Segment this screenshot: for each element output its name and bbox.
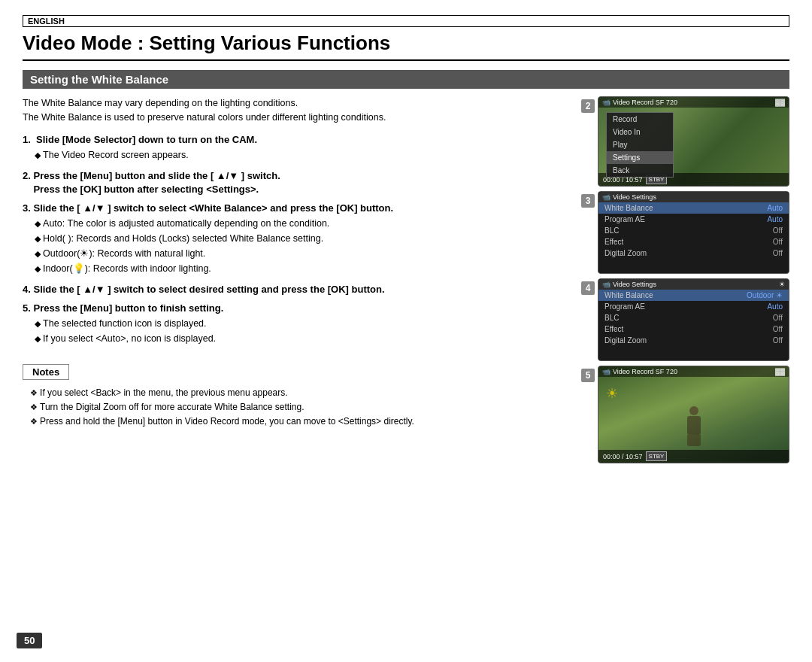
panel-3-wrapper: 3 📹 Video Settings White Balance Auto (598, 191, 789, 274)
panel-4-wrapper: 4 📹 Video Settings ☀ White Balance Outdo… (598, 278, 789, 361)
blc-label: BLC (604, 226, 773, 235)
settings-row-pae: Program AE Auto (598, 214, 789, 225)
sun-icon: ☀ (779, 281, 785, 288)
panel-4: 📹 Video Settings ☀ White Balance Outdoor… (598, 278, 789, 361)
panel-2-bg: 📹 Video Record SF 720 ▓▓ Record Video In (598, 97, 789, 186)
effect-value: Off (773, 238, 783, 246)
step-5-title: 5. Press the [Menu] button to finish set… (23, 302, 562, 314)
panel-5-time: 00:00 / 10:57 (603, 453, 643, 460)
panel-5-timebar: 00:00 / 10:57 STBY (598, 450, 789, 463)
panel-2-wrapper: 2 📹 Video Record SF 720 ▓▓ (598, 96, 789, 187)
panel-4-bg: 📹 Video Settings ☀ White Balance Outdoor… (598, 279, 789, 360)
step-5-bullet-1: The selected function icon is displayed. (35, 316, 562, 331)
wb-value: Auto (767, 204, 783, 212)
step-3-bullet-2: Hold( ): Records and Holds (Locks) selec… (35, 231, 562, 246)
cam-icon-video: 📹 (602, 99, 611, 106)
fig-legs (687, 435, 701, 446)
settings-row-wb-4: White Balance Outdoor ☀ (598, 290, 789, 301)
menu-item-videoin: Video In (607, 126, 673, 138)
pae-label-4: Program AE (604, 302, 767, 311)
step-5-bullet-2: If you select <Auto>, no icon is display… (35, 331, 562, 346)
panel-5: 📹 Video Record SF 720 ▓▓ (598, 366, 789, 463)
panel-2-menu: Record Video In Play Settings Back (606, 112, 674, 178)
panel-5-wrapper: 5 📹 Video Record SF 720 ▓▓ (598, 366, 789, 463)
panel-5-stby: STBY (646, 451, 668, 461)
battery-icon: ▓▓ (775, 99, 785, 106)
panel-4-table: White Balance Outdoor ☀ Program AE Auto … (598, 290, 789, 346)
sun-overlay: ☀ (606, 385, 618, 402)
intro-text: The White Balance may vary depending on … (23, 96, 562, 125)
menu-item-play: Play (607, 138, 673, 151)
step-2-title: 2. Press the [Menu] button and slide the… (23, 170, 562, 181)
panel-5-status: Video Record SF 720 (613, 368, 677, 375)
blc-value: Off (773, 226, 783, 235)
step-1-title: 1. Slide [Mode Selector] down to turn on… (23, 134, 562, 145)
panel-3: 📹 Video Settings White Balance Auto Prog… (598, 191, 789, 274)
settings-row-dz: Digital Zoom Off (598, 247, 789, 259)
step-4: 4. Slide the [ ▲/▼ ] switch to select de… (23, 284, 562, 295)
panel-4-number: 4 (581, 281, 595, 295)
settings-row-blc-4: BLC Off (598, 312, 789, 323)
intro-line1: The White Balance may vary depending on … (23, 96, 562, 111)
pae-label: Program AE (604, 215, 767, 223)
panel-4-header: 📹 Video Settings ☀ (598, 279, 789, 290)
dz-label: Digital Zoom (604, 249, 773, 257)
right-panels: 2 📹 Video Record SF 720 ▓▓ (577, 96, 789, 647)
blc-value-4: Off (773, 314, 783, 322)
wb-label-4: White Balance (604, 291, 747, 299)
settings-row-wb: White Balance Auto (598, 202, 789, 214)
note-item-3: Press and hold the [Menu] button in Vide… (30, 415, 562, 429)
blc-label-4: BLC (604, 314, 773, 322)
step-3: 3. Slide the [ ▲/▼ ] switch to select <W… (23, 202, 562, 276)
panel-4-status: Video Settings (613, 281, 656, 288)
settings-row-effect-4: Effect Off (598, 323, 789, 335)
panel-2-number: 2 (581, 99, 595, 113)
panel-5-statusbar: 📹 Video Record SF 720 ▓▓ (598, 366, 789, 377)
fig-head (689, 406, 698, 415)
panel-2-status: Video Record SF 720 (613, 99, 677, 106)
step-3-bullet-1: Auto: The color is adjusted automaticall… (35, 216, 562, 231)
dz-label-4: Digital Zoom (604, 336, 773, 345)
settings-row-pae-4: Program AE Auto (598, 301, 789, 312)
panel-2-statusbar: 📹 Video Record SF 720 ▓▓ (598, 97, 789, 108)
panel-5-number: 5 (581, 369, 595, 382)
cam-icon-4: 📹 (602, 281, 611, 288)
step-1: 1. Slide [Mode Selector] down to turn on… (23, 134, 562, 162)
note-item-1: If you select <Back> in the menu, the pr… (30, 386, 562, 400)
page-container: ENGLISH Video Mode : Setting Various Fun… (0, 0, 812, 662)
step-3-title: 3. Slide the [ ▲/▼ ] switch to select <W… (23, 202, 562, 214)
effect-label-4: Effect (604, 325, 773, 333)
panel-2: 📹 Video Record SF 720 ▓▓ Record Video In (598, 96, 789, 187)
effect-value-4: Off (773, 325, 783, 333)
dz-value: Off (773, 249, 783, 257)
cam-icon-3: 📹 (602, 193, 611, 201)
step-3-bullet-3: Outdoor(☀): Records with natural light. (35, 246, 562, 261)
panel-3-status: Video Settings (613, 193, 656, 201)
wb-value-4: Outdoor ☀ (747, 291, 783, 299)
battery-icon-5: ▓▓ (775, 368, 785, 375)
step-5: 5. Press the [Menu] button to finish set… (23, 302, 562, 346)
settings-row-effect: Effect Off (598, 236, 789, 247)
wb-label: White Balance (604, 204, 767, 212)
notes-box: Notes (23, 364, 69, 380)
step-1-bullet-1: The Video Record screen appears. (35, 147, 562, 162)
step-4-title: 4. Slide the [ ▲/▼ ] switch to select de… (23, 284, 562, 295)
panel-3-header: 📹 Video Settings (598, 192, 789, 202)
pae-value-4: Auto (767, 302, 783, 311)
main-title: Video Mode : Setting Various Functions (23, 32, 789, 61)
cam-icon-5: 📹 (602, 368, 611, 375)
menu-item-back: Back (607, 164, 673, 177)
panel-3-number: 3 (581, 194, 595, 208)
panel-3-bg: 📹 Video Settings White Balance Auto Prog… (598, 192, 789, 273)
menu-item-settings[interactable]: Settings (607, 151, 673, 164)
intro-line2: The White Balance is used to preserve na… (23, 111, 562, 125)
settings-row-blc: BLC Off (598, 225, 789, 236)
panel-3-table: White Balance Auto Program AE Auto BLC O… (598, 202, 789, 259)
left-content: The White Balance may vary depending on … (23, 96, 577, 647)
step-2-title2: Press the [OK] button after selecting <S… (23, 184, 562, 195)
note-item-2: Turn the Digital Zoom off for more accur… (30, 400, 562, 415)
page-number: 50 (17, 633, 42, 648)
step-2: 2. Press the [Menu] button and slide the… (23, 170, 562, 195)
section-header: Setting the White Balance (23, 70, 789, 89)
effect-label: Effect (604, 238, 773, 246)
